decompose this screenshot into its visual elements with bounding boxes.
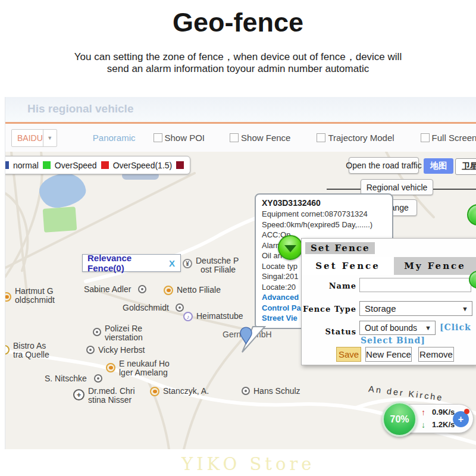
close-icon[interactable]: X [169,258,180,268]
checkbox-label: Show POI [165,133,205,143]
pin-label-left: Gern [223,330,241,339]
poi-nitschke: S. Nitschke [45,374,102,383]
status-value: Out of bounds [360,323,425,333]
poi-eneukauf: E neukauf Holger Amelang [106,359,170,377]
poi-vicky-herbst: Vicky Herbst [86,346,145,355]
set-fence-dialog: Set Fence Set Fence My Fence Name Fence … [301,238,476,365]
poi-hans-schulz: Hans Schulz [242,387,300,396]
new-fence-button[interactable]: New Fence [365,347,412,362]
map-provider-select[interactable]: BAIDU ▼ [11,129,57,147]
app-header-title: His regional vehicle [27,102,133,115]
panoramic-link[interactable]: Panoramic [93,133,136,143]
relevance-fence-chip: Relevance Fence(0) X [82,254,181,272]
yen-poi-icon: ¥ [183,259,192,268]
poi-polizei: Polizei Revierstation [93,324,143,342]
dialog-title: Set Fence [305,242,375,254]
status-label: Status [302,327,356,336]
tracking-app-window: His regional vehicle BAIDU ▼ Panoramic S… [5,97,476,449]
shop-poi-icon [164,286,173,295]
checkbox-show-fence[interactable]: Show Fence [230,133,290,143]
fence-type-select[interactable]: Storage ▼ [359,301,472,316]
checkbox-icon [317,133,325,142]
checkbox-label: Show Fence [241,133,290,143]
chevron-down-icon: ▼ [425,324,435,331]
checkbox-icon [154,133,162,142]
legend-label: normal [13,161,39,170]
click-select-bind-link[interactable]: [Click [440,322,471,332]
battery-percent-badge[interactable]: 70% [382,402,417,437]
remove-button[interactable]: Remove [418,347,454,362]
tab-set-fence[interactable]: Set Fence [302,257,394,275]
legend-swatch-blue [5,161,9,169]
dot-poi-icon [176,303,184,312]
plus-poi-icon: + [73,389,84,400]
marker-arrow-icon [284,245,296,252]
checkbox-trajectory-model[interactable]: Trajectory Model [317,133,394,143]
shop-poi-icon [150,387,159,396]
status-select[interactable]: Out of bounds ▼ [359,321,436,335]
poi-bistro: ! Bistro Astra Quelle [5,342,49,359]
poi-goldschmidt: Goldschmidt [123,303,184,312]
legend-label: OverSpeed [55,161,97,170]
checkbox-label: Full Screen [432,133,476,143]
subtitle-line-2: send an alarm information toyour admin n… [0,63,476,75]
name-label: Name [302,281,356,290]
dialog-tabs: Set Fence My Fence [302,257,476,275]
checkbox-icon [421,133,430,142]
subtitle-line-1: You can setting the zone of fence，when d… [0,50,476,64]
dot-poi-icon [138,285,146,293]
checkbox-label: Trajectory Model [328,133,394,143]
dot-poi-icon [242,387,250,395]
alert-poi-icon: ! [5,345,10,355]
fence-type-value: Storage [360,303,462,314]
download-arrow-icon: ↓ [421,420,425,430]
store-watermark: YIKO Store [181,454,315,474]
legend-swatch-green [43,161,51,169]
legend-label: OverSpeed(1.5) [113,161,173,170]
poi-heimatstube: ♪ Heimatstube [183,312,243,321]
regional-vehicle-button[interactable]: Regional vehicle [361,179,433,195]
chevron-down-icon: ▼ [462,305,472,312]
vehicle-marker-icon[interactable] [278,235,303,260]
chevron-down-icon: ▼ [43,130,57,146]
upload-speed: 0.9K/s [432,408,455,416]
map-pin-icon[interactable] [239,327,253,345]
open-road-traffic-button[interactable]: Open the road traffic [349,157,419,174]
toolbar: BAIDU ▼ Panoramic Show POI Show Fence Tr… [5,124,476,152]
upload-arrow-icon: ↑ [421,408,425,417]
popup-line: Equipment cornet:0870731324 [262,209,392,220]
poi-stanczyk: Stanczyk, A. [150,387,209,396]
relevance-fence-label: Relevance Fence(0) [83,253,169,273]
save-button[interactable]: Save [336,347,361,362]
checkbox-full-screen[interactable]: Full Screen [421,133,476,143]
page-title: Geo-fence [0,7,476,38]
device-id: XY03D3132460 [262,198,392,208]
map-type-tab-map[interactable]: 地图 [424,158,453,174]
select-bind-link[interactable]: Select Bind] [361,336,425,345]
fence-name-input[interactable] [359,278,471,292]
map-canvas[interactable]: normal OverSpeed OverSpeed(1.5) Open the… [5,152,476,449]
app-header: His regional vehicle [5,97,476,122]
fence-type-label: Fence Type [302,305,356,314]
legend-swatch-darkred [176,161,184,169]
poi-drmed-nisser: + Dr.med. Christina Nisser [73,387,135,405]
park-area [43,206,77,233]
notification-badge [464,409,469,414]
map-type-tab-satellite[interactable]: 卫星 [455,158,476,175]
map-provider-value: BAIDU [12,133,43,143]
legend-swatch-red [101,161,109,169]
tab-my-fence[interactable]: My Fence [394,257,476,275]
dot-poi-icon [94,374,102,383]
checkbox-icon [230,133,239,142]
poi-sabine-adler: Sabine Adler [84,285,146,294]
page: Geo-fence You can setting the zone of fe… [0,0,476,476]
dot-poi-icon [86,346,95,354]
poi-netto-filiale: Netto Filiale [164,286,221,295]
download-speed: 1.2K/s [432,420,455,429]
poi-deutsche-post: ¥ Deutsche Post Filiale [183,256,239,274]
music-poi-icon: ♪ [183,312,193,321]
dot-poi-icon [93,328,101,336]
shop-poi-icon [106,363,115,372]
checkbox-show-poi[interactable]: Show POI [154,133,205,143]
shop-poi-icon [5,292,11,302]
